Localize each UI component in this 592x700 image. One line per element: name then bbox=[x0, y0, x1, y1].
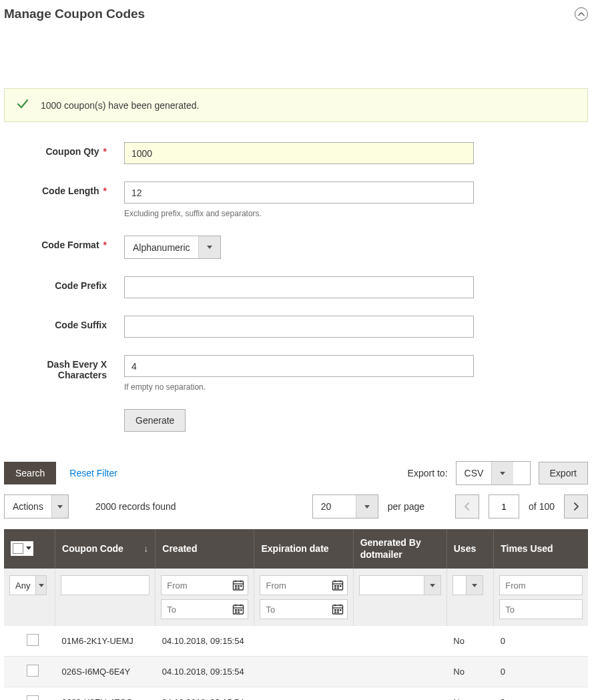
filter-code-input[interactable] bbox=[61, 575, 150, 595]
page-title: Manage Coupon Codes bbox=[4, 7, 145, 21]
col-header-generated-by[interactable]: Generated By dotmailer bbox=[353, 529, 447, 569]
col-header-select[interactable] bbox=[4, 529, 55, 569]
actions-value: Actions bbox=[5, 495, 51, 518]
cell-uses: No bbox=[447, 657, 494, 687]
code-format-label: Code Format* bbox=[4, 236, 107, 250]
dash-every-label: Dash Every X Characters bbox=[4, 355, 107, 380]
chevron-down-icon bbox=[364, 505, 370, 508]
chevron-down-icon bbox=[26, 547, 31, 550]
col-header-expiration[interactable]: Expiration date bbox=[254, 529, 353, 569]
per-page-dropdown-button[interactable] bbox=[356, 495, 378, 518]
filter-uses-select[interactable] bbox=[453, 575, 483, 595]
svg-rect-33 bbox=[340, 609, 342, 611]
chevron-down-icon bbox=[472, 584, 477, 587]
calendar-icon[interactable] bbox=[232, 603, 244, 615]
svg-rect-6 bbox=[240, 585, 242, 587]
filter-uses-dropdown-button[interactable] bbox=[466, 576, 483, 595]
calendar-icon[interactable] bbox=[332, 603, 344, 615]
filter-timesused-from[interactable] bbox=[499, 575, 583, 595]
filter-generatedby-dropdown-button[interactable] bbox=[424, 576, 440, 595]
code-format-dropdown-button[interactable] bbox=[198, 236, 220, 258]
svg-rect-25 bbox=[334, 588, 336, 589]
code-format-select[interactable]: Alphanumeric bbox=[124, 236, 221, 259]
code-length-label: Code Length* bbox=[4, 182, 107, 196]
search-button[interactable]: Search bbox=[4, 462, 56, 484]
next-page-button[interactable] bbox=[564, 494, 588, 518]
svg-rect-15 bbox=[240, 609, 242, 611]
filter-timesused-to[interactable] bbox=[499, 599, 583, 619]
col-header-times-used[interactable]: Times Used bbox=[494, 529, 588, 569]
row-checkbox[interactable] bbox=[27, 695, 39, 700]
svg-rect-31 bbox=[334, 609, 336, 611]
cell-created: 04.10.2018, 09:15:54 bbox=[156, 657, 254, 687]
svg-rect-16 bbox=[235, 612, 237, 613]
col-header-created[interactable]: Created bbox=[156, 529, 254, 569]
svg-rect-4 bbox=[235, 585, 237, 587]
filter-select-any[interactable]: Any bbox=[9, 575, 47, 595]
table-row[interactable]: 026S-I6MQ-6E4Y 04.10.2018, 09:15:54 No 0 bbox=[4, 657, 588, 687]
svg-rect-8 bbox=[238, 588, 240, 589]
code-suffix-label: Code Suffix bbox=[4, 316, 107, 330]
per-page-label: per page bbox=[388, 501, 424, 512]
cell-code: 0639-X2EU-4ZQS bbox=[55, 687, 156, 701]
sort-down-icon: ↓ bbox=[143, 543, 148, 555]
export-button[interactable]: Export bbox=[539, 462, 588, 484]
coupon-qty-input[interactable] bbox=[124, 142, 474, 164]
svg-rect-7 bbox=[235, 588, 237, 589]
cell-times-used: 0 bbox=[494, 626, 588, 657]
actions-dropdown-button[interactable] bbox=[51, 495, 68, 518]
collapse-section-button[interactable] bbox=[575, 7, 588, 21]
code-suffix-input[interactable] bbox=[124, 316, 474, 338]
cell-created: 04.10.2018, 09:15:54 bbox=[156, 687, 254, 701]
records-found: 2000 records found bbox=[95, 501, 176, 512]
svg-rect-26 bbox=[337, 588, 339, 589]
calendar-icon[interactable] bbox=[332, 579, 344, 591]
export-format-value: CSV bbox=[457, 462, 492, 484]
select-all-combo[interactable] bbox=[11, 541, 33, 556]
reset-filter-link[interactable]: Reset Filter bbox=[69, 468, 117, 478]
cell-times-used: 0 bbox=[494, 657, 588, 687]
chevron-down-icon bbox=[430, 584, 435, 587]
col-header-coupon-code[interactable]: Coupon Code↓ bbox=[55, 529, 156, 569]
chevron-right-icon bbox=[573, 502, 579, 510]
coupon-qty-label: Coupon Qty* bbox=[4, 142, 107, 157]
actions-select[interactable]: Actions bbox=[4, 494, 69, 518]
svg-rect-17 bbox=[238, 612, 240, 613]
svg-rect-24 bbox=[340, 585, 342, 587]
filter-any-value: Any bbox=[10, 576, 35, 595]
dash-every-input[interactable] bbox=[124, 355, 474, 377]
generate-button[interactable]: Generate bbox=[124, 409, 186, 432]
row-checkbox[interactable] bbox=[27, 634, 39, 646]
per-page-value: 20 bbox=[313, 495, 356, 518]
dash-every-helper: If empty no separation. bbox=[124, 382, 474, 392]
table-row[interactable]: 0639-X2EU-4ZQS 04.10.2018, 09:15:54 No 0 bbox=[4, 687, 588, 701]
cell-expiration bbox=[254, 657, 353, 687]
cell-generated-by bbox=[353, 687, 447, 701]
row-checkbox[interactable] bbox=[27, 665, 39, 677]
cell-uses: No bbox=[447, 687, 494, 701]
code-length-input[interactable] bbox=[124, 182, 474, 204]
filter-any-dropdown-button[interactable] bbox=[35, 576, 46, 595]
chevron-down-icon bbox=[57, 505, 63, 508]
cell-expiration bbox=[254, 687, 353, 701]
svg-rect-34 bbox=[334, 612, 336, 613]
cell-expiration bbox=[254, 626, 353, 657]
current-page-input[interactable] bbox=[489, 494, 519, 518]
calendar-icon[interactable] bbox=[232, 579, 244, 591]
export-format-dropdown-button[interactable] bbox=[491, 462, 513, 484]
filter-generatedby-select[interactable] bbox=[359, 575, 441, 595]
code-prefix-input[interactable] bbox=[124, 276, 474, 298]
select-all-checkbox[interactable] bbox=[13, 543, 23, 554]
svg-rect-5 bbox=[238, 585, 240, 587]
export-to-label: Export to: bbox=[408, 468, 448, 478]
export-format-select[interactable]: CSV bbox=[456, 461, 531, 485]
chevron-down-icon bbox=[39, 584, 44, 587]
table-row[interactable]: 01M6-2K1Y-UEMJ 04.10.2018, 09:15:54 No 0 bbox=[4, 626, 588, 657]
svg-rect-13 bbox=[235, 609, 237, 611]
per-page-select[interactable]: 20 bbox=[312, 494, 378, 518]
select-all-dropdown[interactable] bbox=[25, 547, 33, 550]
chevron-left-icon bbox=[464, 502, 471, 510]
prev-page-button[interactable] bbox=[455, 494, 479, 518]
svg-rect-22 bbox=[334, 585, 336, 587]
col-header-uses[interactable]: Uses bbox=[447, 529, 494, 569]
